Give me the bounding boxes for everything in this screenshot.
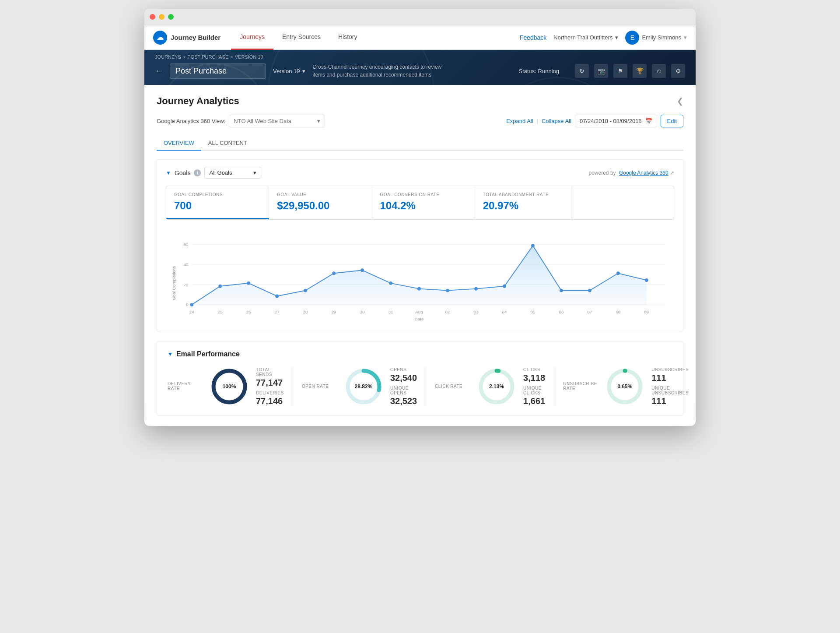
svg-text:04: 04 [502,309,507,314]
email-performance-title: ▼ Email Performance [168,350,672,358]
svg-text:30: 30 [360,309,365,314]
svg-text:Goal Completions: Goal Completions [172,266,176,300]
date-range-input[interactable]: 07/24/2018 - 08/09/2018 📅 [575,115,657,127]
total-sends-stat: TOTAL SENDS 77,147 [256,367,284,388]
metric-conversion-label: GOAL CONVERSION RATE [380,192,467,197]
svg-text:31: 31 [388,309,393,314]
open-rate-label: OPEN RATE [302,384,329,389]
unique-opens-stat: UNIQUE OPENS 32,523 [390,386,417,406]
trophy-icon[interactable]: 🏆 [633,64,647,78]
chart-point [616,271,620,275]
goals-info-icon[interactable]: i [194,169,201,176]
ga-attribution-link[interactable]: Google Analytics 360 [619,170,668,176]
svg-text:02: 02 [445,309,450,314]
email-metrics-row: DELIVERY RATE 100% TOTAL SENDS 77,147 [168,367,672,406]
ga-view-select[interactable]: NTO All Web Site Data ▾ [229,115,325,127]
svg-text:26: 26 [246,309,251,314]
ga-view-chevron-icon: ▾ [317,118,320,124]
export-icon[interactable]: ⎋ [652,64,666,78]
version-selector[interactable]: Version 19 ▾ [273,68,305,74]
close-button[interactable] [150,14,155,20]
svg-text:09: 09 [644,309,649,314]
tab-entry-sources[interactable]: Entry Sources [273,25,329,50]
svg-text:40: 40 [183,262,188,267]
brand-name: Journey Builder [171,34,220,41]
analytics-title: Journey Analytics [157,95,239,107]
back-button[interactable]: ← [155,67,163,76]
unsubscribe-rate-donut: 0.65% [605,367,644,406]
flag-icon[interactable]: ⚑ [613,64,627,78]
user-chevron-icon: ▾ [684,34,687,41]
maximize-button[interactable] [168,14,174,20]
chart-point [474,287,478,291]
goals-dropdown-chevron: ▾ [253,169,256,176]
metric-value-label: GOAL VALUE [277,192,364,197]
journey-title-row: ← Version 19 ▾ Cross-Channel Journey enc… [155,63,685,79]
goals-chevron-icon[interactable]: ▼ [166,170,171,176]
navbar: ☁ Journey Builder Journeys Entry Sources… [144,25,696,50]
refresh-icon[interactable]: ↻ [575,64,589,78]
journey-header: JOURNEYS > POST PURCHASE > VERSION 19 ← … [144,50,696,85]
metric-value-value: $29,950.00 [277,200,364,212]
svg-text:07: 07 [587,309,592,314]
open-rate-donut-label: 28.82% [355,383,373,390]
tab-overview[interactable]: OVERVIEW [157,136,201,151]
feedback-link[interactable]: Feedback [520,34,546,41]
metric-conversion-value: 104.2% [380,200,467,212]
chart-point [446,289,449,292]
unsubscribe-rate-label: UNSUBSCRIBE RATE [563,381,598,391]
journey-name-input[interactable] [170,63,266,79]
expand-all-link[interactable]: Expand All [506,118,533,124]
chart-point [531,244,535,247]
clicks-stat: CLICKS 3,118 [523,367,545,383]
brand-icon: ☁ [153,31,167,45]
app-window: ☁ Journey Builder Journeys Entry Sources… [144,9,696,426]
tab-all-content[interactable]: ALL CONTENT [201,136,254,151]
metric-value: GOAL VALUE $29,950.00 [269,186,372,219]
status-badge: Status: Running [518,68,559,74]
metrics-row: GOAL COMPLETIONS 700 GOAL VALUE $29,950.… [166,186,674,220]
collapse-panel-icon[interactable]: ❮ [677,96,683,106]
unsubscribe-rate-stats: UNSUBSCRIBES 111 UNIQUE UNSUBSCRIBES 111 [651,367,689,406]
org-selector[interactable]: Northern Trail Outfitters ▾ [553,34,618,41]
goals-header: ▼ Goals i All Goals ▾ powered by Google … [166,167,674,179]
chart-point [588,289,592,292]
calendar-icon: 📅 [645,118,652,124]
chart-container: Goal Completions 60 40 20 0 [166,229,674,325]
delivery-rate-group: DELIVERY RATE 100% TOTAL SENDS 77,147 [168,367,293,406]
goals-dropdown[interactable]: All Goals ▾ [204,167,261,179]
edit-button[interactable]: Edit [661,115,683,127]
settings-icon[interactable]: ⚙ [671,64,685,78]
chart-point [247,281,250,285]
svg-text:Date: Date [415,316,424,321]
collapse-all-link[interactable]: Collapse All [542,118,571,124]
unique-unsubs-stat: UNIQUE UNSUBSCRIBES 111 [651,386,689,406]
svg-text:60: 60 [183,242,188,247]
user-menu[interactable]: E Emily Simmons ▾ [625,31,687,45]
ga-attribution: powered by Google Analytics 360 ↗ [589,170,674,176]
svg-text:03: 03 [474,309,479,314]
svg-text:25: 25 [218,309,223,314]
email-section-chevron-icon[interactable]: ▼ [168,351,173,357]
svg-text:24: 24 [189,309,194,314]
metric-abandonment-value: 20.97% [483,200,563,212]
goals-label: Goals [175,169,191,176]
main-content: Journey Analytics ❮ Google Analytics 360… [144,85,696,426]
chart-point [389,281,392,285]
delivery-stats: TOTAL SENDS 77,147 DELIVERIES 77,146 [256,367,284,406]
toolbar-icons: ↻ 📷 ⚑ 🏆 ⎋ ⚙ [575,64,685,78]
delivery-rate-label: DELIVERY RATE [168,381,203,391]
camera-icon[interactable]: 📷 [594,64,608,78]
titlebar [144,9,696,25]
tab-journeys[interactable]: Journeys [231,25,273,50]
minimize-button[interactable] [159,14,164,20]
ga-view-label: Google Analytics 360 View: [157,118,225,124]
svg-text:20: 20 [183,282,188,287]
chart-point [218,285,222,288]
chart-point [560,289,563,292]
tab-history[interactable]: History [329,25,366,50]
chart-point [417,287,421,291]
chart-point [332,271,336,275]
opens-stat: OPENS 32,540 [390,367,417,383]
metric-abandonment-rate: TOTAL ABANDONMENT RATE 20.97% [475,186,571,219]
